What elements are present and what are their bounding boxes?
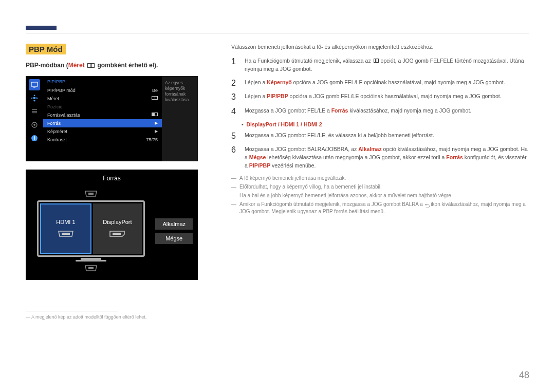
- svg-rect-2: [33, 97, 35, 99]
- monitor-frame: HDMI 1 DisplayPort: [37, 200, 145, 257]
- cancel-button[interactable]: Mégse: [155, 233, 193, 244]
- svg-rect-8: [32, 111, 37, 111]
- step-2: 2 Lépjen a Képernyő opcióra a JOG gomb F…: [231, 79, 529, 88]
- step-number: 1: [231, 57, 239, 73]
- source-panel-title: Forrás: [31, 175, 193, 182]
- page-number: 48: [519, 370, 529, 381]
- osd-row: Kontraszt75/75: [43, 136, 162, 144]
- osd-icon-info: i: [29, 133, 40, 144]
- connector-bottom-icon: [83, 264, 99, 273]
- osd-icon-nav: [29, 92, 40, 104]
- svg-marker-5: [31, 97, 32, 99]
- monitor-right-half: DisplayPort: [93, 203, 142, 254]
- displayport-icon: [108, 229, 126, 238]
- left-source-label: HDMI 1: [56, 219, 75, 225]
- svg-rect-16: [113, 233, 121, 235]
- pbp-split-icon: [87, 63, 95, 68]
- step-number: 4: [231, 107, 239, 116]
- step-6: 6 Mozgassa a JOG gombot BALRA/JOBBRA, az…: [231, 145, 529, 170]
- footnote-rule: [26, 311, 118, 311]
- hdmi-icon: [57, 229, 75, 238]
- pbp-half-icon: [152, 113, 158, 116]
- step-1: 1 Ha a Funkciógomb útmutató megjelenik, …: [231, 57, 529, 73]
- bullet-sources: • DisplayPort / HDMI 1 / HDMI 2: [242, 121, 529, 127]
- return-icon: [424, 202, 430, 208]
- step-number: 5: [231, 132, 239, 141]
- osd-row: PIP/PBP módBe: [43, 86, 162, 95]
- apply-button[interactable]: Alkalmaz: [155, 218, 193, 230]
- note-item: ―A fő képernyő bemeneti jelforrása megvá…: [231, 175, 529, 182]
- svg-text:i: i: [34, 136, 35, 141]
- osd-icon-picture: [29, 79, 40, 90]
- monitor-left-half: HDMI 1: [40, 203, 91, 254]
- svg-point-11: [33, 124, 35, 126]
- osd-icon-settings: [29, 119, 40, 130]
- osd-row: Képméret▶: [43, 127, 162, 136]
- step-number: 2: [231, 79, 239, 88]
- note-item: ―Előfordulhat, hogy a képernyő villog, h…: [231, 183, 529, 191]
- step-4: 4 Mozgassa a JOG gombot FEL/LE a Forrás …: [231, 107, 529, 116]
- footnote-text: ― A megjelenő kép az adott modelltől füg…: [26, 314, 211, 320]
- osd-menu-screenshot: i PIP/PBP PIP/PBP módBe Méret Pozíció Fo…: [26, 76, 198, 161]
- osd-row: Forrásválasztás: [43, 111, 162, 119]
- osd-header: PIP/PBP: [43, 79, 162, 86]
- osd-row: Pozíció: [43, 103, 162, 111]
- svg-rect-17: [88, 267, 94, 269]
- svg-rect-0: [31, 82, 38, 86]
- svg-marker-4: [33, 100, 35, 102]
- svg-rect-15: [62, 233, 70, 235]
- menu-icon: [374, 57, 378, 65]
- svg-rect-1: [33, 87, 35, 88]
- connector-top-icon: [83, 189, 99, 198]
- section-subtitle: PBP-módban (Méret gombként érhető el).: [26, 62, 211, 69]
- source-select-panel: Forrás HDMI 1 DisplayPort: [26, 170, 198, 280]
- step-number: 6: [231, 145, 239, 170]
- osd-side-description: Az egyes képernyők forrásának kiválasztá…: [162, 76, 198, 161]
- step-number: 3: [231, 92, 239, 102]
- step-3: 3 Lépjen a PIP/PBP opcióra a JOG gomb FE…: [231, 92, 529, 102]
- section-title-badge: PBP Mód: [26, 44, 66, 54]
- right-source-label: DisplayPort: [103, 219, 132, 225]
- svg-rect-7: [32, 109, 37, 110]
- header-rule: [26, 33, 529, 33]
- osd-row-selected: Forrás▶: [43, 119, 162, 127]
- osd-row: Méret: [43, 95, 162, 103]
- pbp-mini-icon: [152, 96, 158, 100]
- svg-marker-6: [36, 97, 38, 99]
- svg-rect-14: [88, 193, 94, 195]
- note-item: ―Amikor a Funkciógomb útmutató megjeleni…: [231, 201, 529, 215]
- subtitle-suffix: gombként érhető el).: [97, 62, 158, 69]
- note-item: ―Ha a bal és a jobb képernyő bemeneti je…: [231, 192, 529, 199]
- header-accent-bar: [26, 26, 57, 30]
- svg-rect-9: [32, 113, 37, 113]
- subtitle-red: Méret: [68, 62, 85, 69]
- step-5: 5 Mozgassa a JOG gombot FEL/LE, és válas…: [231, 132, 529, 141]
- intro-text: Válasszon bemeneti jelforrásokat a fő- é…: [231, 44, 529, 50]
- monitor-base: [76, 260, 106, 262]
- subtitle-prefix: PBP-módban (: [26, 62, 68, 69]
- osd-icon-list: [29, 106, 40, 117]
- svg-marker-3: [33, 95, 35, 96]
